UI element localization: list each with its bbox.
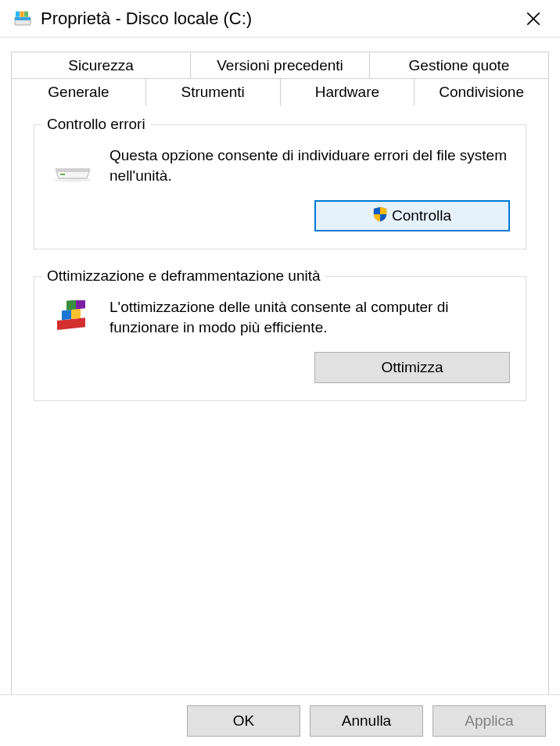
svg-rect-9 — [57, 320, 66, 330]
dialog-footer: OK Annulla Applica — [0, 694, 560, 746]
svg-rect-15 — [76, 300, 85, 309]
svg-rect-14 — [66, 300, 76, 310]
svg-rect-13 — [71, 309, 81, 319]
dialog-body: Sicurezza Versioni precedenti Gestione q… — [0, 38, 560, 694]
check-button-label: Controlla — [392, 207, 451, 224]
tab-security[interactable]: Sicurezza — [11, 52, 191, 79]
titlebar: Proprietà - Disco locale (C:) — [0, 0, 560, 38]
cancel-button[interactable]: Annulla — [310, 705, 423, 737]
svg-rect-11 — [76, 317, 85, 328]
shield-uac-icon — [373, 206, 387, 226]
optimize-button[interactable]: Ottimizza — [314, 352, 510, 383]
optimize-button-label: Ottimizza — [381, 359, 443, 376]
group-optimize: Ottimizzazione e deframmentazione unità — [34, 276, 526, 401]
group-error-check-legend: Controllo errori — [42, 116, 150, 133]
svg-rect-3 — [20, 11, 24, 16]
svg-rect-4 — [24, 11, 28, 16]
drive-icon — [14, 10, 31, 27]
group-error-check-text: Questa opzione consente di individuare e… — [109, 145, 510, 185]
svg-rect-8 — [60, 174, 65, 175]
tab-previous-versions[interactable]: Versioni precedenti — [190, 52, 370, 79]
tab-panel-tools: Controllo errori Questa opzione consente… — [11, 106, 549, 725]
svg-rect-1 — [15, 17, 31, 20]
tab-quota[interactable]: Gestione quote — [369, 52, 549, 79]
ok-button[interactable]: OK — [187, 705, 300, 737]
window-title: Proprietà - Disco locale (C:) — [41, 9, 515, 29]
group-optimize-text: L'ottimizzazione delle unità consente al… — [109, 297, 510, 337]
svg-rect-2 — [16, 11, 20, 16]
svg-rect-12 — [62, 310, 71, 320]
tab-sharing[interactable]: Condivisione — [414, 79, 549, 106]
defrag-icon — [50, 300, 95, 338]
group-error-check: Controllo errori Questa opzione consente… — [34, 124, 526, 249]
tab-hardware[interactable]: Hardware — [280, 79, 415, 106]
tabstrip: Sicurezza Versioni precedenti Gestione q… — [11, 52, 549, 106]
group-optimize-legend: Ottimizzazione e deframmentazione unità — [42, 267, 325, 285]
check-button[interactable]: Controlla — [314, 200, 510, 231]
tab-general[interactable]: Generale — [11, 79, 146, 106]
svg-rect-10 — [66, 318, 76, 328]
drive-check-icon — [50, 149, 95, 186]
tab-tools[interactable]: Strumenti — [145, 79, 281, 106]
apply-button: Applica — [433, 705, 546, 737]
close-button[interactable] — [515, 0, 552, 38]
